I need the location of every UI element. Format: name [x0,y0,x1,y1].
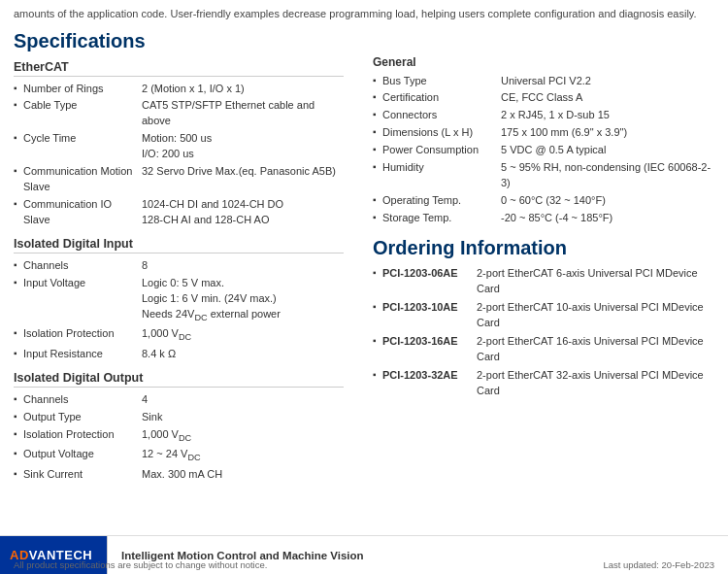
spec-value: CE, FCC Class A [499,89,714,107]
table-row: Operating Temp.0 ~ 60°C (32 ~ 140°F) [373,192,714,210]
spec-value: 5 ~ 95% RH, non-condensing (IEC 60068-2-… [499,159,714,192]
list-item: PCI-1203-10AE2-port EtherCAT 10-axis Uni… [373,299,714,333]
spec-value: 4 [140,391,344,409]
list-item: PCI-1203-32AE2-port EtherCAT 32-axis Uni… [373,367,714,401]
footer-date: Last updated: 20-Feb-2023 [603,559,714,570]
spec-label: Channels [14,257,140,275]
table-row: Dimensions (L x H)175 x 100 mm (6.9" x 3… [373,124,714,142]
part-description: 2-port EtherCAT 10-axis Universal PCI MD… [475,299,714,333]
table-row: Communication Motion Slave32 Servo Drive… [14,163,344,196]
table-row: Output Voltage12 ~ 24 VDC [14,446,344,465]
spec-value: 1,000 VDC [140,325,344,345]
table-row: Input VoltageLogic 0: 5 V max.Logic 1: 6… [14,275,344,325]
list-item: PCI-1203-06AE2-port EtherCAT 6-axis Univ… [373,265,714,299]
spec-label: Storage Temp. [373,210,499,227]
table-row: Cable TypeCAT5 STP/SFTP Ethernet cable a… [14,97,344,130]
table-row: Input Resistance8.4 k Ω [14,346,344,363]
ordering-title: Ordering Information [373,237,714,259]
general-header: General [373,55,714,69]
spec-value: Universal PCI V2.2 [499,73,714,90]
spec-value: 8.4 k Ω [140,346,344,363]
isolated-digital-output-header: Isolated Digital Output [14,371,344,388]
part-number: PCI-1203-10AE [373,299,475,333]
table-row: Isolation Protection1,000 VDC [14,325,344,345]
spec-label: Cable Type [14,97,140,130]
spec-label: Isolation Protection [14,426,140,446]
part-description: 2-port EtherCAT 16-axis Universal PCI MD… [475,333,714,367]
spec-value: -20 ~ 85°C (-4 ~ 185°F) [499,210,714,227]
spec-label: Humidity [373,159,499,192]
spec-value: 1,000 VDC [140,426,344,446]
table-row: Bus TypeUniversal PCI V2.2 [373,73,714,90]
spec-label: Sink Current [14,466,140,484]
spec-value: Sink [140,409,344,426]
spec-label: Output Type [14,409,140,426]
spec-value: 5 VDC @ 0.5 A typical [499,142,714,159]
isolated-digital-output-table: Channels4Output TypeSinkIsolation Protec… [14,391,344,484]
part-number: PCI-1203-16AE [373,333,475,367]
spec-label: Dimensions (L x H) [373,124,499,142]
isolated-digital-input-header: Isolated Digital Input [14,237,344,253]
table-row: Power Consumption5 VDC @ 0.5 A typical [373,142,714,159]
ordering-table: PCI-1203-06AE2-port EtherCAT 6-axis Univ… [373,265,714,401]
ethercat-header: EtherCAT [14,60,344,77]
spec-label: Cycle Time [14,130,140,163]
spec-value: Motion: 500 usI/O: 200 us [140,130,344,163]
spec-label: Input Resistance [14,346,140,363]
table-row: CertificationCE, FCC Class A [373,89,714,107]
spec-value: 1024-CH DI and 1024-CH DO128-CH AI and 1… [140,196,344,229]
part-number: PCI-1203-06AE [373,265,475,299]
part-description: 2-port EtherCAT 6-axis Universal PCI MDe… [475,265,714,299]
spec-value: 175 x 100 mm (6.9" x 3.9") [499,124,714,142]
table-row: Storage Temp.-20 ~ 85°C (-4 ~ 185°F) [373,210,714,227]
table-row: Sink CurrentMax. 300 mA CH [14,466,344,484]
spec-value: Logic 0: 5 V max.Logic 1: 6 V min. (24V … [140,275,344,325]
spec-label: Communication IO Slave [14,196,140,229]
footer-note: All product specifications are subject t… [14,559,267,570]
table-row: Humidity5 ~ 95% RH, non-condensing (IEC … [373,159,714,192]
spec-value: 2 x RJ45, 1 x D-sub 15 [499,107,714,124]
spec-value: 32 Servo Drive Max.(eq. Panasonic A5B) [140,163,344,196]
spec-value: Max. 300 mA CH [140,466,344,484]
spec-label: Channels [14,391,140,409]
spec-label: Number of Rings [14,81,140,98]
top-text: amounts of the application code. User-fr… [0,0,728,26]
table-row: Connectors2 x RJ45, 1 x D-sub 15 [373,107,714,124]
table-row: Isolation Protection1,000 VDC [14,426,344,446]
ethercat-table: Number of Rings2 (Motion x 1, I/O x 1)Ca… [14,81,344,229]
footer: ADVANTECH Intelligent Motion Control and… [0,535,728,574]
spec-label: Operating Temp. [373,192,499,210]
part-description: 2-port EtherCAT 32-axis Universal PCI MD… [475,367,714,401]
general-table: Bus TypeUniversal PCI V2.2CertificationC… [373,73,714,227]
table-row: Cycle TimeMotion: 500 usI/O: 200 us [14,130,344,163]
table-row: Channels4 [14,391,344,409]
isolated-digital-input-table: Channels8Input VoltageLogic 0: 5 V max.L… [14,257,344,363]
part-number: PCI-1203-32AE [373,367,475,401]
spec-label: Isolation Protection [14,325,140,345]
table-row: Channels8 [14,257,344,275]
spec-label: Input Voltage [14,275,140,325]
spec-label: Communication Motion Slave [14,163,140,196]
table-row: Output TypeSink [14,409,344,426]
spec-value: 8 [140,257,344,275]
spec-label: Certification [373,89,499,107]
spec-value: CAT5 STP/SFTP Ethernet cable and above [140,97,344,130]
specs-title: Specifications [14,30,344,52]
spec-label: Connectors [373,107,499,124]
spec-value: 0 ~ 60°C (32 ~ 140°F) [499,192,714,210]
spec-label: Power Consumption [373,142,499,159]
spec-label: Bus Type [373,73,499,90]
spec-label: Output Voltage [14,446,140,465]
table-row: Number of Rings2 (Motion x 1, I/O x 1) [14,81,344,98]
list-item: PCI-1203-16AE2-port EtherCAT 16-axis Uni… [373,333,714,367]
table-row: Communication IO Slave1024-CH DI and 102… [14,196,344,229]
spec-value: 12 ~ 24 VDC [140,446,344,465]
spec-value: 2 (Motion x 1, I/O x 1) [140,81,344,98]
